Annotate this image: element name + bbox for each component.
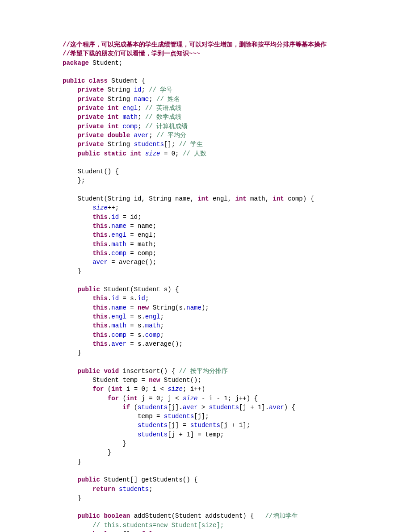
fld-engl: engl <box>145 313 160 320</box>
cmt-students: // 学生 <box>179 141 202 148</box>
txt: . <box>108 250 111 257</box>
txt <box>63 431 138 438</box>
txt: = s. <box>119 295 138 302</box>
txt: ( <box>104 385 111 393</box>
txt <box>104 132 107 139</box>
txt: String(s. <box>149 304 186 311</box>
txt: String <box>104 141 134 148</box>
txt <box>63 395 108 402</box>
kw-private: private <box>78 141 104 148</box>
fld-name: name <box>111 304 126 311</box>
txt: ; <box>149 132 156 139</box>
txt <box>63 422 138 429</box>
txt <box>63 295 92 302</box>
txt <box>63 476 78 483</box>
kw-public: public <box>78 476 100 483</box>
fld-aver: aver <box>92 259 108 266</box>
txt <box>63 231 92 239</box>
txt <box>104 113 107 121</box>
txt: Student(); <box>160 377 201 384</box>
txt: . <box>108 295 111 302</box>
txt: ; <box>160 313 164 320</box>
kw-int: int <box>126 395 138 402</box>
kw-this: this <box>92 313 108 320</box>
cmt-aver: // 平均分 <box>156 132 186 139</box>
txt <box>104 123 107 130</box>
txt: ; <box>160 331 164 339</box>
txt: ; i++) <box>183 385 205 393</box>
txt <box>115 486 119 493</box>
txt <box>104 105 107 112</box>
fld-comp: comp <box>111 331 126 339</box>
txt: } <box>63 449 111 456</box>
kw-public: public <box>63 77 85 84</box>
txt: . <box>108 322 111 329</box>
fld-engl: engl <box>111 231 126 239</box>
txt: ) { <box>284 404 295 411</box>
txt: ; <box>149 486 152 493</box>
kw-private: private <box>78 113 104 121</box>
kw-static: static <box>104 150 126 157</box>
txt: } <box>63 268 81 275</box>
fld-math: math <box>111 241 126 248</box>
txt <box>63 214 92 221</box>
txt: . <box>108 340 111 348</box>
txt: Student(String id, String name, <box>63 195 197 202</box>
fld-students: students <box>134 141 164 148</box>
kw-if: if <box>122 404 130 411</box>
cmt-math: // 数学成绩 <box>145 113 181 121</box>
kw-this: this <box>92 322 108 329</box>
fld-aver: aver <box>183 404 198 411</box>
txt <box>63 113 78 121</box>
txt: . <box>108 231 111 239</box>
kw-private: private <box>78 86 104 93</box>
txt: comp) { <box>284 195 314 202</box>
kw-double: double <box>108 132 130 139</box>
fld-aver: aver <box>134 132 149 139</box>
kw-package: package <box>63 59 89 67</box>
txt <box>63 259 92 266</box>
txt <box>63 304 92 311</box>
fld-students: students <box>164 413 194 420</box>
fld-aver: aver <box>269 404 284 411</box>
txt: ; <box>149 96 156 103</box>
kw-int: int <box>197 195 209 202</box>
kw-void: void <box>104 368 119 375</box>
fld-name: name <box>111 222 126 230</box>
txt <box>63 150 78 157</box>
txt <box>141 150 145 157</box>
fld-students: students <box>138 422 168 429</box>
kw-this: this <box>92 222 108 230</box>
txt: [j + 1]. <box>239 404 269 411</box>
fld-students: students <box>138 404 168 411</box>
txt <box>63 340 92 348</box>
txt: . <box>108 214 111 221</box>
txt <box>63 331 92 339</box>
kw-new: new <box>138 304 149 311</box>
txt: Student; <box>89 59 123 67</box>
fld-students: students <box>190 422 220 429</box>
kw-this: this <box>92 241 108 248</box>
kw-private: private <box>78 96 104 103</box>
txt: . <box>108 331 111 339</box>
txt <box>63 123 78 130</box>
fld-id: id <box>134 86 142 93</box>
fld-size: size <box>168 385 183 393</box>
txt <box>63 222 92 230</box>
txt: = name; <box>126 222 156 230</box>
txt: = math; <box>126 241 156 248</box>
txt: ; <box>160 322 164 329</box>
txt: = 0; <box>160 150 183 157</box>
txt: ( <box>130 404 138 411</box>
txt: = s. <box>126 322 145 329</box>
kw-int: int <box>130 150 141 157</box>
kw-int: int <box>108 123 119 130</box>
txt <box>63 322 92 329</box>
txt: ); <box>201 304 209 311</box>
txt <box>63 522 92 529</box>
txt <box>85 77 88 84</box>
txt: = <box>126 304 138 311</box>
fld-comp: comp <box>111 250 126 257</box>
txt: ( <box>119 395 126 402</box>
txt <box>126 150 130 157</box>
